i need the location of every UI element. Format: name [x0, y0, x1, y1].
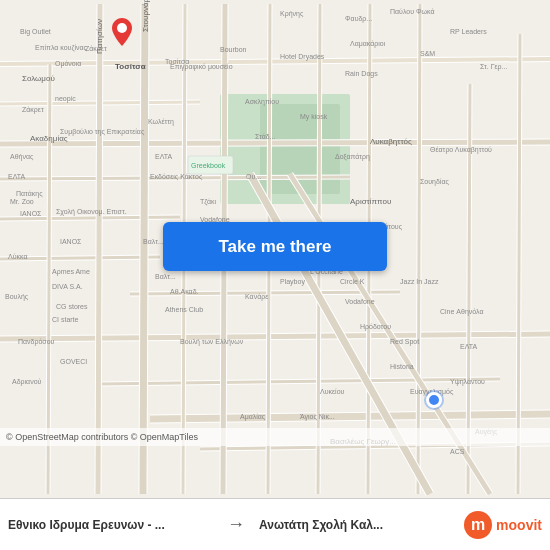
svg-text:Παύλου Φωκά: Παύλου Φωκά [390, 8, 435, 15]
svg-text:Cine Αθηνόλα: Cine Αθηνόλα [440, 308, 484, 316]
svg-text:Vodafone: Vodafone [345, 298, 375, 305]
svg-text:Λυκείου: Λυκείου [320, 388, 345, 395]
copyright-text: © OpenStreetMap contributors © OpenMapTi… [6, 432, 544, 442]
svg-text:Τζάκι: Τζάκι [200, 198, 216, 206]
svg-text:Historia: Historia [390, 363, 414, 370]
svg-text:Hotel Dryades: Hotel Dryades [280, 53, 325, 61]
svg-text:Ζάκρετ: Ζάκρετ [85, 45, 107, 53]
svg-text:Ομόνοια: Ομόνοια [55, 60, 81, 68]
svg-text:Σουηδίας: Σουηδίας [420, 178, 449, 186]
svg-line-44 [518, 34, 520, 494]
moovit-logo: m moovit [464, 511, 542, 539]
map-area: Σολωμού Στουρνάρη Ακαδημίας Πατησίων Ζάκ… [0, 0, 550, 498]
origin-station: Εθνικο Ιδρυμα Ερευνων - ... [8, 518, 213, 532]
svg-text:Rain Dogs: Rain Dogs [345, 70, 378, 78]
svg-text:Υψηλάντου: Υψηλάντου [450, 378, 485, 386]
svg-text:Άγιος Νικ...: Άγιος Νικ... [300, 413, 335, 421]
svg-text:Κρήνης: Κρήνης [280, 10, 304, 18]
svg-text:Αριστίππου: Αριστίππου [350, 197, 391, 206]
svg-text:Mr. Zoo: Mr. Zoo [10, 198, 34, 205]
app-container: Σολωμού Στουρνάρη Ακαδημίας Πατησίων Ζάκ… [0, 0, 550, 550]
svg-text:Φαυδρ...: Φαυδρ... [345, 15, 372, 23]
svg-point-136 [117, 23, 127, 33]
svg-text:ΙΑΝΟΣ: ΙΑΝΟΣ [60, 238, 82, 245]
svg-text:Στουρνάρη: Στουρνάρη [141, 0, 150, 32]
svg-line-26 [98, 4, 100, 494]
svg-text:Συμβούλιο της Επικρατείας: Συμβούλιο της Επικρατείας [60, 128, 145, 136]
svg-text:Τοσίτσα: Τοσίτσα [115, 62, 146, 71]
map-marker [112, 18, 132, 46]
svg-text:Ου...: Ου... [246, 173, 261, 180]
svg-text:ΕΛΤΑ: ΕΛΤΑ [460, 343, 478, 350]
svg-text:Κανάρε: Κανάρε [245, 293, 268, 301]
map-copyright: © OpenStreetMap contributors © OpenMapTi… [0, 428, 550, 446]
svg-text:Λυκαβηττός: Λυκαβηττός [370, 137, 412, 146]
svg-text:neopic: neopic [55, 95, 76, 103]
svg-text:Λαμακάριοι: Λαμακάριοι [350, 40, 386, 48]
route-info: Εθνικο Ιδρυμα Ερευνων - ... → Ανωτάτη Σχ… [8, 514, 464, 535]
svg-text:Κωλέττη: Κωλέττη [148, 118, 174, 126]
location-dot [426, 392, 442, 408]
svg-line-12 [0, 217, 180, 219]
svg-text:Playboy: Playboy [280, 278, 305, 286]
svg-text:Βαλτ...: Βαλτ... [155, 273, 176, 280]
svg-text:Βαλτ...: Βαλτ... [143, 238, 164, 245]
svg-text:Βουλή των Ελλήνων: Βουλή των Ελλήνων [180, 338, 244, 346]
svg-text:Ζάκρετ: Ζάκρετ [22, 106, 44, 114]
svg-text:Ηρόδοτου: Ηρόδοτου [360, 323, 391, 331]
svg-text:Αθ.Ακαδ.: Αθ.Ακαδ. [170, 288, 199, 295]
svg-text:CI starte: CI starte [52, 316, 79, 323]
svg-text:ΕΛΤΑ: ΕΛΤΑ [155, 153, 173, 160]
svg-text:Δοξαπάτρη: Δοξαπάτρη [335, 153, 370, 161]
svg-text:Στάδ...: Στάδ... [255, 133, 275, 140]
svg-text:My kiosk: My kiosk [300, 113, 328, 121]
svg-text:Βουλής: Βουλής [5, 293, 29, 301]
svg-text:RP Leaders: RP Leaders [450, 28, 487, 35]
svg-line-22 [150, 414, 550, 419]
svg-text:Red Spot: Red Spot [390, 338, 419, 346]
moovit-icon: m [464, 511, 492, 539]
svg-text:S&M: S&M [420, 50, 435, 57]
svg-text:CG stores: CG stores [56, 303, 88, 310]
svg-text:Αδριανού: Αδριανού [12, 378, 42, 386]
svg-text:Αμαλίας: Αμαλίας [240, 413, 266, 421]
svg-text:Σολωμού: Σολωμού [22, 74, 55, 83]
svg-text:Πατάκης: Πατάκης [16, 190, 43, 198]
svg-text:Επιγραφικό μουσείο: Επιγραφικό μουσείο [170, 63, 233, 71]
svg-text:Αρmes Ame: Αρmes Ame [52, 268, 90, 276]
svg-text:Ασκληπίου: Ασκληπίου [245, 98, 279, 106]
svg-text:ACS: ACS [450, 448, 465, 455]
svg-text:Σχολή Οικονομ. Επιστ.: Σχολή Οικονομ. Επιστ. [56, 208, 127, 216]
svg-text:GOVECI: GOVECI [60, 358, 87, 365]
svg-text:Greekbook: Greekbook [191, 162, 226, 169]
svg-text:Athens Club: Athens Club [165, 306, 203, 313]
svg-text:Πανδρόσου: Πανδρόσου [18, 338, 55, 346]
svg-text:DIVA S.A.: DIVA S.A. [52, 283, 83, 290]
svg-text:Circle K: Circle K [340, 278, 365, 285]
svg-text:Θέατρο Λυκαβηττού: Θέατρο Λυκαβηττού [430, 146, 492, 154]
destination-station-name: Ανωτάτη Σχολή Καλ... [259, 518, 383, 532]
bottom-bar: Εθνικο Ιδρυμα Ερευνων - ... → Ανωτάτη Σχ… [0, 498, 550, 550]
route-arrow: → [219, 514, 253, 535]
svg-text:Ακαδημίας: Ακαδημίας [30, 134, 68, 143]
svg-text:Λύκκα: Λύκκα [8, 253, 27, 260]
take-me-there-button[interactable]: Take me there [163, 222, 387, 271]
destination-station: Ανωτάτη Σχολή Καλ... [259, 518, 464, 532]
moovit-text: moovit [496, 517, 542, 533]
svg-text:ΕΛΤΑ: ΕΛΤΑ [8, 173, 26, 180]
origin-station-name: Εθνικο Ιδρυμα Ερευνων - ... [8, 518, 188, 532]
svg-text:Bourbon: Bourbon [220, 46, 247, 53]
svg-text:Big Outlet: Big Outlet [20, 28, 51, 36]
svg-text:Jazz In Jazz: Jazz In Jazz [400, 278, 439, 285]
svg-text:Αθήνας: Αθήνας [10, 153, 34, 161]
svg-text:ΙΑΝΟΣ: ΙΑΝΟΣ [20, 210, 42, 217]
svg-text:Στ. Γερ...: Στ. Γερ... [480, 63, 507, 71]
svg-line-28 [143, 4, 145, 494]
svg-line-40 [418, 4, 420, 494]
svg-text:Επίπλα κουζίνας: Επίπλα κουζίνας [35, 44, 88, 52]
